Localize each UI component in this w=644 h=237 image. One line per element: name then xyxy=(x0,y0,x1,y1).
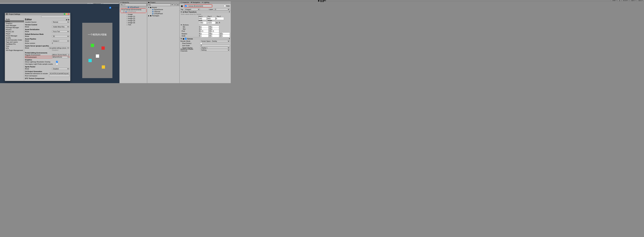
project-item[interactable]: ▣UIScene xyxy=(147,10,180,12)
posx-input[interactable] xyxy=(198,17,207,20)
hierarchy-item[interactable]: ◇Image xyxy=(120,13,147,16)
sprite-select[interactable]: Disabled xyxy=(52,68,69,70)
inspector-tabs[interactable]: ⓘInspector ✥Navigation ☀Lighting xyxy=(180,1,231,4)
target-display-select[interactable]: Display 1 xyxy=(200,47,230,49)
settings-cat-textmesh-pro[interactable]: TextMesh Pro xyxy=(5,43,24,45)
picker-icon[interactable]: ⊙ xyxy=(68,56,69,58)
hierarchy-tree-rest[interactable]: ◇Image◇Image (1)◇Image (2)◇Image (3)◇Ima… xyxy=(120,13,147,83)
settings-cat-preset-manager[interactable]: Preset Manager xyxy=(5,35,24,37)
help-icon[interactable]: ⇄ xyxy=(66,19,67,20)
settings-cat-vfx[interactable]: VFX xyxy=(5,47,24,49)
picker-icon[interactable]: ⊙ xyxy=(68,54,69,56)
account-menu[interactable]: Account▾ xyxy=(622,0,629,1)
hierarchy-item[interactable]: ▶▣UITestPanel xyxy=(120,11,146,13)
pixel-perfect-checkbox[interactable] xyxy=(200,42,202,44)
tab-lighting[interactable]: ☀Lighting xyxy=(202,2,209,4)
project-settings-window[interactable]: ⚙ Project Settings ⋮ AudioEditorGraphics… xyxy=(5,13,70,81)
pivot-x[interactable] xyxy=(200,30,208,32)
settings-cat-graphics[interactable]: Graphics xyxy=(5,22,24,24)
tab-inspector[interactable]: ⓘInspector xyxy=(180,1,189,4)
layers-menu[interactable]: Layers▾ xyxy=(630,0,636,1)
hierarchy-tree[interactable]: ▼▣Canvas (Environment)▶▣UITestPanel xyxy=(120,8,146,13)
settings-cat-physics-2d[interactable]: Physics 2D xyxy=(5,30,24,33)
settings-cat-tags-and-layers[interactable]: Tags and Layers xyxy=(5,41,24,43)
legacy-probe-checkbox[interactable] xyxy=(56,63,58,65)
hierarchy-search-input[interactable] xyxy=(123,4,146,6)
cloud-button[interactable]: ☁ xyxy=(618,0,621,1)
scl-z[interactable] xyxy=(222,34,230,37)
collab-menu[interactable]: Collab▾ xyxy=(611,0,618,1)
prefab-header[interactable]: ▣ UITestPanel xyxy=(120,6,147,8)
add-button[interactable]: +▾ xyxy=(120,4,122,6)
help-icon[interactable]: ? xyxy=(229,38,230,40)
posz-input[interactable] xyxy=(216,17,224,20)
sort-order-input[interactable] xyxy=(200,44,230,46)
posy-input[interactable] xyxy=(207,17,215,20)
active-checkbox[interactable] xyxy=(185,5,187,7)
traffic-yellow[interactable] xyxy=(66,13,67,15)
project-search-input[interactable] xyxy=(150,4,171,6)
project-tree[interactable]: ▼🖿Assets▣GameScene▣UIScene▣UITestPanel▶🖿… xyxy=(147,6,180,83)
hierarchy-item[interactable]: ▼▣Canvas (Environment) xyxy=(120,8,146,11)
defbeh-select[interactable]: 3D xyxy=(52,35,69,37)
favorite-icon[interactable]: ★ xyxy=(174,4,176,6)
settings-cat-time[interactable]: Time xyxy=(5,45,24,47)
hierarchy-tab[interactable]: ≡Hierarchy xyxy=(120,1,147,4)
tab-navigation[interactable]: ✥Navigation xyxy=(191,2,200,4)
vc-mode-select[interactable]: Visible Meta Files xyxy=(52,26,69,28)
lm-overlay-checkbox[interactable] xyxy=(56,61,58,63)
settings-cat-xr-plugin-management[interactable]: XR Plugin Management xyxy=(5,49,24,51)
settings-titlebar[interactable]: ⚙ Project Settings ⋮ xyxy=(5,13,70,16)
hierarchy-item[interactable]: ◇Image (3) xyxy=(120,20,147,22)
settings-cat-package-manager[interactable]: Package Manager xyxy=(5,26,24,28)
render-mode-select[interactable]: Screen Space - Overlay xyxy=(200,40,230,42)
project-item[interactable]: ▼🖿Assets xyxy=(147,6,180,8)
canvas-enabled-checkbox[interactable] xyxy=(185,38,186,40)
blueprint-icon[interactable]: ⊞ xyxy=(216,22,218,24)
traffic-green[interactable] xyxy=(64,13,65,15)
traffic-red[interactable] xyxy=(68,13,69,15)
hidden-icon[interactable]: ⊘8 xyxy=(177,4,179,6)
settings-cat-input-manager[interactable]: Input Manager xyxy=(5,24,24,26)
help-icon[interactable]: ? xyxy=(229,11,230,13)
shader-channels-select[interactable]: Nothing xyxy=(200,49,230,51)
settings-cat-editor[interactable]: Editor xyxy=(5,20,24,22)
scl-y[interactable] xyxy=(211,34,219,37)
settings-cat-quality[interactable]: Quality xyxy=(5,37,24,39)
settings-cat-script-execution-order[interactable]: Script Execution Order xyxy=(5,39,24,41)
hierarchy-item[interactable]: ◇Text xyxy=(120,24,147,26)
foldout-icon[interactable]: ▼ xyxy=(180,24,182,26)
width-input[interactable] xyxy=(198,21,207,24)
rootns-input[interactable] xyxy=(49,75,69,77)
raw-icon[interactable]: R xyxy=(218,22,221,24)
settings-cat-physics[interactable]: Physics xyxy=(5,28,24,30)
settings-search-input[interactable] xyxy=(41,16,70,18)
tag-select[interactable]: Untagged xyxy=(184,8,200,10)
filter-icon[interactable]: 👁 xyxy=(171,4,173,6)
scl-x[interactable] xyxy=(200,34,208,37)
layout-menu[interactable]: Layout▾ xyxy=(637,0,644,1)
gear-icon[interactable]: ⚙ xyxy=(68,19,69,20)
project-item[interactable]: ▣GameScene xyxy=(147,8,180,10)
add-button[interactable]: +▾ xyxy=(148,4,150,6)
hierarchy-item[interactable]: ◇Image (1) xyxy=(120,16,147,18)
pause-button[interactable]: ❚❚ xyxy=(321,0,323,1)
project-tab[interactable]: 🖿Project xyxy=(147,1,180,4)
project-item[interactable]: ▶🖿Packages xyxy=(147,15,180,17)
hierarchy-item[interactable]: ◇Image (4) xyxy=(120,22,147,24)
settings-categories[interactable]: AudioEditorGraphicsInput ManagerPackage … xyxy=(5,18,24,81)
serial-mode-select[interactable]: Force Text xyxy=(52,30,69,32)
cache-mode-select[interactable]: Use global settings (storec xyxy=(48,47,69,49)
regular-env-value[interactable]: None (Scene Asset) xyxy=(54,54,68,56)
project-item[interactable]: ▣UITestPanel xyxy=(147,12,180,15)
step-button[interactable]: ⏭ xyxy=(324,0,326,1)
go-name-input[interactable] xyxy=(188,5,212,7)
static-checkbox[interactable] xyxy=(224,5,226,7)
height-input[interactable] xyxy=(207,21,215,24)
hierarchy-item[interactable]: ◇Image (2) xyxy=(120,18,147,20)
pipeline-select[interactable]: Version 2 xyxy=(52,40,69,42)
autosave-toggle[interactable]: Auto Save xyxy=(109,7,118,8)
foldout-icon[interactable]: ▼ xyxy=(180,38,182,40)
layer-select[interactable]: UI xyxy=(214,8,230,10)
joystick-select[interactable]: Remote xyxy=(52,21,69,23)
